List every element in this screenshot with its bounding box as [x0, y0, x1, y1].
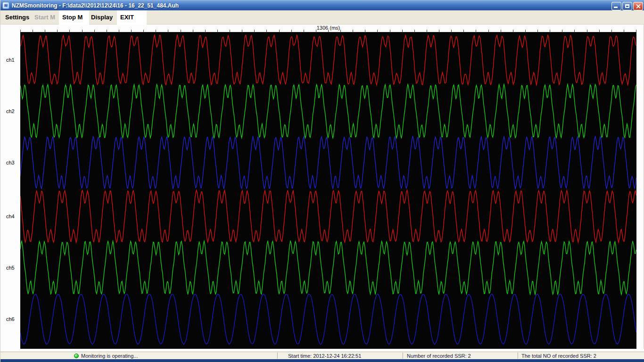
app-window: ≋ NZMSmonitoring - F:\data2\\2012\12\24\… — [0, 0, 644, 362]
statusbar-separator — [518, 353, 519, 359]
start-time-text: Start time: 2012-12-24 16:22:51 — [288, 353, 361, 359]
window-controls — [611, 2, 643, 10]
channel-label-gutter: ch1 ch2 ch3 ch4 ch5 ch6 — [0, 32, 20, 349]
window-title: NZMSmonitoring - F:\data2\\2012\12\24\16… — [12, 2, 179, 9]
statusbar-separator — [277, 353, 278, 359]
title-bar: ≋ NZMSmonitoring - F:\data2\\2012\12\24\… — [0, 0, 644, 10]
restore-button[interactable] — [622, 2, 632, 10]
close-button[interactable] — [633, 2, 643, 10]
channel-label-ch4: ch4 — [6, 214, 15, 219]
app-wave-icon: ≋ — [2, 2, 9, 9]
channel-label-ch3: ch3 — [6, 160, 15, 165]
menu-bar: Settings Start M Stop M Display EXIT — [0, 10, 644, 25]
channel-label-ch1: ch1 — [6, 57, 15, 63]
minimize-icon — [614, 7, 618, 8]
minimize-button[interactable] — [611, 2, 621, 10]
menu-item-exit[interactable]: EXIT — [117, 10, 147, 25]
menu-item-start-monitoring: Start M — [34, 10, 55, 25]
statusbar-separator — [403, 353, 404, 359]
recorded-ssr-count-text: Number of recorded SSR: 2 — [407, 353, 471, 359]
window-bottom-border — [0, 359, 644, 362]
menu-item-display[interactable]: Display — [91, 10, 113, 25]
total-ssr-count-text: The total NO of recorded SSR: 2 — [521, 353, 596, 359]
monitoring-status-dot-icon — [74, 354, 79, 358]
channel-label-ch2: ch2 — [6, 108, 15, 114]
restore-icon — [625, 4, 629, 8]
status-bar: Monitoring is operating... Start time: 2… — [0, 352, 644, 359]
monitoring-status-text: Monitoring is operating... — [81, 353, 138, 359]
menu-item-stop-monitoring[interactable]: Stop M — [59, 10, 89, 25]
channel-label-ch5: ch5 — [6, 265, 15, 271]
waveform-canvas — [20, 32, 636, 349]
menu-item-settings[interactable]: Settings — [5, 10, 29, 25]
time-axis: 1306 (ms) — [20, 25, 636, 32]
channel-label-ch6: ch6 — [6, 316, 15, 322]
